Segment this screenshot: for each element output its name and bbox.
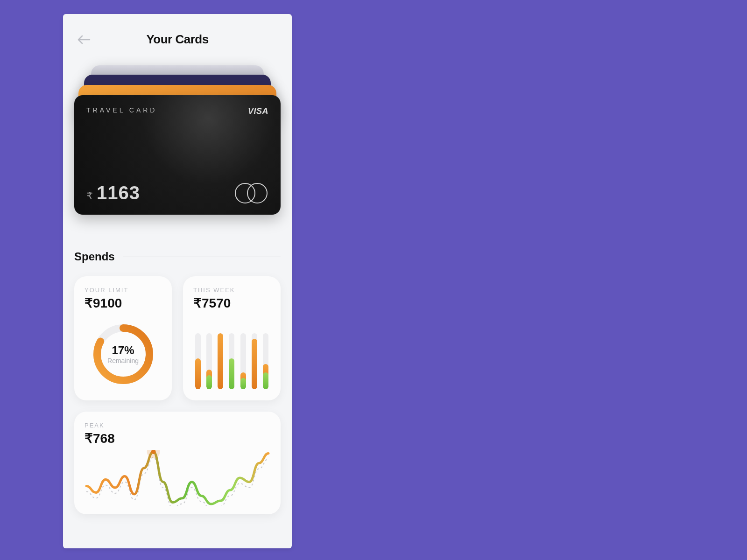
arrow-left-icon	[78, 35, 91, 44]
balance-value: 1163	[97, 182, 140, 203]
limit-percent: 17%	[107, 344, 139, 357]
bar-track	[252, 333, 257, 389]
mastercard-icon	[235, 183, 268, 203]
card-top-row: TRAVEL CARD VISA	[86, 106, 268, 116]
phone-frame: Your Cards TRAVEL CARD VISA ₹ 1163	[63, 14, 292, 548]
peak-label: PEAK	[85, 422, 270, 429]
week-label: THIS WEEK	[193, 287, 270, 294]
card-balance: ₹ 1163	[86, 182, 140, 203]
week-bars	[193, 319, 270, 389]
bar-track	[206, 333, 212, 389]
tiles-row: YOUR LIMIT ₹9100 17% Remaining	[74, 276, 281, 400]
header: Your Cards	[74, 27, 281, 51]
section-title: Spends	[74, 250, 115, 263]
limit-percent-label: Remaining	[107, 357, 139, 364]
peak-sparkline	[85, 450, 270, 506]
bar-track	[240, 333, 246, 389]
currency-symbol: ₹	[86, 190, 93, 202]
bar-track	[218, 333, 223, 389]
bar-track	[195, 333, 201, 389]
week-tile[interactable]: THIS WEEK ₹7570	[183, 276, 281, 400]
limit-tile[interactable]: YOUR LIMIT ₹9100 17% Remaining	[74, 276, 172, 400]
bar-track	[263, 333, 268, 389]
page-title: Your Cards	[146, 32, 208, 47]
week-value: ₹7570	[193, 295, 270, 311]
card-stack[interactable]: TRAVEL CARD VISA ₹ 1163	[74, 65, 281, 215]
card-label: TRAVEL CARD	[86, 106, 157, 114]
bar-track	[229, 333, 234, 389]
peak-value: ₹768	[85, 431, 270, 446]
limit-label: YOUR LIMIT	[85, 287, 162, 294]
card-network-logo: VISA	[248, 106, 268, 116]
front-card[interactable]: TRAVEL CARD VISA ₹ 1163	[74, 95, 281, 215]
limit-value: ₹9100	[85, 295, 162, 311]
card-bottom-row: ₹ 1163	[86, 182, 268, 203]
limit-donut: 17% Remaining	[85, 319, 162, 389]
peak-tile[interactable]: PEAK ₹768	[74, 412, 281, 514]
back-button[interactable]	[76, 32, 92, 48]
spends-header: Spends	[74, 250, 281, 263]
divider	[123, 257, 281, 257]
